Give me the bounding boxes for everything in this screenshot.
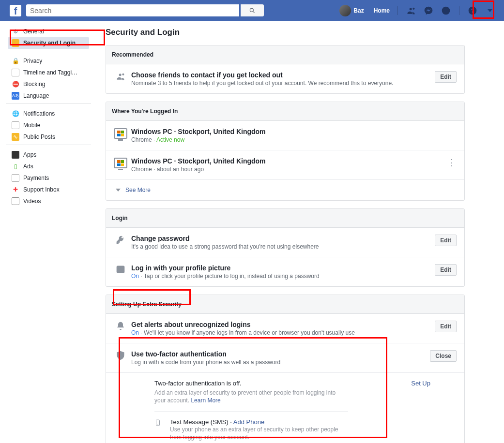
sidebar-item-label: Public Posts <box>23 133 55 141</box>
search-input[interactable] <box>26 4 239 16</box>
row-title: Change password <box>131 235 430 242</box>
divider <box>459 6 459 15</box>
avatar <box>339 5 351 16</box>
sms-desc: Use your phone as an extra layer of secu… <box>170 426 344 441</box>
chevron-down-icon <box>488 9 492 12</box>
sidebar-item-label: Ads <box>23 162 33 170</box>
learn-more-link[interactable]: Learn More <box>191 397 220 404</box>
sidebar: ⚙ General Security and Login 🔒Privacy Ti… <box>0 21 97 443</box>
svg-text:?: ? <box>471 8 474 14</box>
see-more-row: See More <box>106 180 464 200</box>
sidebar-item-label: Blocking <box>23 80 45 88</box>
row-twofactor: Use two-factor authentication Log in wit… <box>106 343 464 443</box>
edit-button[interactable]: Edit <box>435 264 457 276</box>
mobile-icon <box>12 121 19 129</box>
video-icon <box>12 197 19 205</box>
see-more-link[interactable]: See More <box>114 187 151 193</box>
row-title: Get alerts about unrecognized logins <box>131 321 430 328</box>
sidebar-item-mobile[interactable]: Mobile <box>8 119 89 131</box>
twofa-desc: Add an extra layer of security to preven… <box>154 389 348 404</box>
edit-button[interactable]: Edit <box>435 235 457 246</box>
help-icon[interactable]: ? <box>467 5 478 16</box>
svg-line-1 <box>253 11 255 13</box>
row-choose-friends: Choose friends to contact if you get loc… <box>106 64 464 93</box>
sidebar-item-timeline[interactable]: Timeline and Taggi… <box>8 67 89 78</box>
content-wrap: ⚙ General Security and Login 🔒Privacy Ti… <box>0 21 504 443</box>
divider <box>397 6 398 15</box>
card-icon <box>12 174 19 182</box>
phone-icon <box>154 418 165 441</box>
sidebar-item-videos[interactable]: Videos <box>8 195 89 207</box>
twofa-details: Two-factor authentication is off. Add an… <box>106 372 464 443</box>
row-change-password: Change password It's a good idea to use … <box>106 228 464 257</box>
notifications-globe-icon[interactable] <box>441 5 451 16</box>
edit-button[interactable]: Edit <box>435 71 457 83</box>
main-content: Security and Login Recommended Choose fr… <box>97 21 484 443</box>
close-button[interactable]: Close <box>430 350 457 362</box>
lock-icon: 🔒 <box>12 57 19 65</box>
language-icon: Aあ <box>12 92 19 100</box>
home-link[interactable]: Home <box>369 0 395 21</box>
svg-point-6 <box>119 268 120 269</box>
sidebar-item-apps[interactable]: Apps <box>8 149 89 161</box>
sidebar-item-label: Apps <box>23 151 36 159</box>
twofa-status: Two-factor authentication is off. <box>154 380 348 387</box>
session-sub: Chrome · about an hour ago <box>131 166 442 173</box>
messenger-icon[interactable] <box>423 5 434 16</box>
sidebar-item-label: Payments <box>23 174 49 182</box>
sidebar-item-privacy[interactable]: 🔒Privacy <box>8 55 89 67</box>
friend-requests-icon[interactable] <box>406 5 416 16</box>
row-sub: OnWe'll let you know if anyone logs in f… <box>131 329 430 336</box>
sidebar-item-notifications[interactable]: 🌐Notifications <box>8 108 89 119</box>
session-menu-button[interactable]: ⋮ <box>447 157 457 168</box>
top-icons-2: ? <box>462 5 500 16</box>
sidebar-item-general[interactable]: ⚙ General <box>8 26 89 37</box>
topbar-right: Baz Home ? <box>335 0 500 21</box>
sidebar-item-label: Language <box>23 92 49 100</box>
sidebar-item-ads[interactable]: ▯Ads <box>8 161 89 172</box>
session-row: Windows PC · Stockport, United Kingdom C… <box>106 150 464 180</box>
facebook-logo[interactable]: f <box>10 5 21 16</box>
row-sub: Nominate 3 to 5 friends to help if you g… <box>131 80 430 87</box>
page-title: Security and Login <box>106 26 465 45</box>
sidebar-item-support-inbox[interactable]: ✚Support Inbox <box>8 184 89 195</box>
sidebar-item-language[interactable]: AあLanguage <box>8 90 89 102</box>
search-button[interactable] <box>241 4 264 16</box>
add-phone-link[interactable]: Add Phone <box>233 418 264 426</box>
profile-link[interactable]: Baz <box>335 0 368 21</box>
sidebar-item-label: Timeline and Taggi… <box>23 69 77 76</box>
sidebar-item-label: Mobile <box>23 121 40 129</box>
section-header: Setting Up Extra Security <box>106 295 464 314</box>
friends-icon <box>114 72 127 81</box>
sidebar-item-label: Videos <box>23 197 41 205</box>
row-sub: It's a good idea to use a strong passwor… <box>131 243 430 250</box>
session-title: Windows PC · Stockport, United Kingdom <box>131 157 442 165</box>
session-title: Windows PC · Stockport, United Kingdom <box>131 128 457 135</box>
session-sub: Chrome · Active now <box>131 136 457 143</box>
section-sessions: Where You're Logged In Windows PC · Stoc… <box>106 102 465 201</box>
svg-point-0 <box>250 8 254 12</box>
sidebar-item-label: Notifications <box>23 110 55 118</box>
globe-icon: 🌐 <box>12 110 19 118</box>
topbar: f Baz Home ? <box>0 0 504 21</box>
sidebar-item-payments[interactable]: Payments <box>8 172 89 184</box>
block-icon: ⛔ <box>12 80 19 88</box>
sidebar-item-security-login[interactable]: Security and Login <box>8 37 89 49</box>
row-title: Choose friends to contact if you get loc… <box>131 71 430 79</box>
row-title: Log in with your profile picture <box>131 264 430 272</box>
session-row: Windows PC · Stockport, United Kingdom C… <box>106 121 464 150</box>
section-header: Where You're Logged In <box>106 102 464 121</box>
sidebar-item-public-posts[interactable]: ∿Public Posts <box>8 131 89 143</box>
rss-icon: ∿ <box>12 133 19 141</box>
gear-icon: ⚙ <box>12 28 19 35</box>
sidebar-item-label: Support Inbox <box>23 186 60 193</box>
sidebar-item-label: Privacy <box>23 57 42 65</box>
sms-title-line: Text Message (SMS) · Add Phone <box>170 418 344 426</box>
sidebar-item-blocking[interactable]: ⛔Blocking <box>8 78 89 90</box>
section-header: Login <box>106 209 464 228</box>
setup-link[interactable]: Set Up <box>411 380 430 387</box>
edit-button[interactable]: Edit <box>435 321 457 332</box>
section-login: Login Change password It's a good idea t… <box>106 208 465 287</box>
account-dropdown-arrow[interactable] <box>485 5 495 16</box>
search-icon <box>249 7 256 14</box>
